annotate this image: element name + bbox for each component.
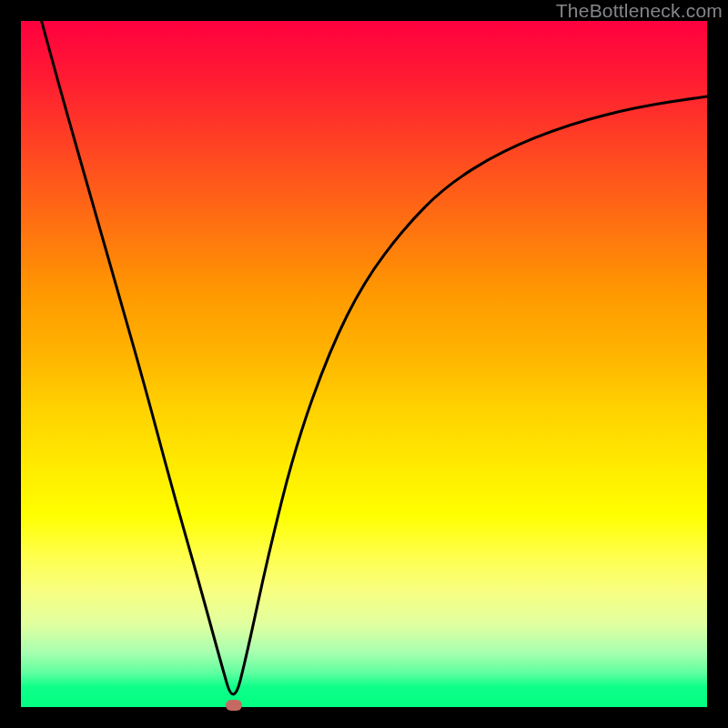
min-marker xyxy=(226,700,242,711)
watermark-text: TheBottleneck.com xyxy=(556,0,723,22)
chart-frame: TheBottleneck.com xyxy=(0,0,728,728)
curve-svg xyxy=(21,21,707,707)
chart-plot-area xyxy=(21,21,707,707)
chart-curve xyxy=(42,21,707,694)
